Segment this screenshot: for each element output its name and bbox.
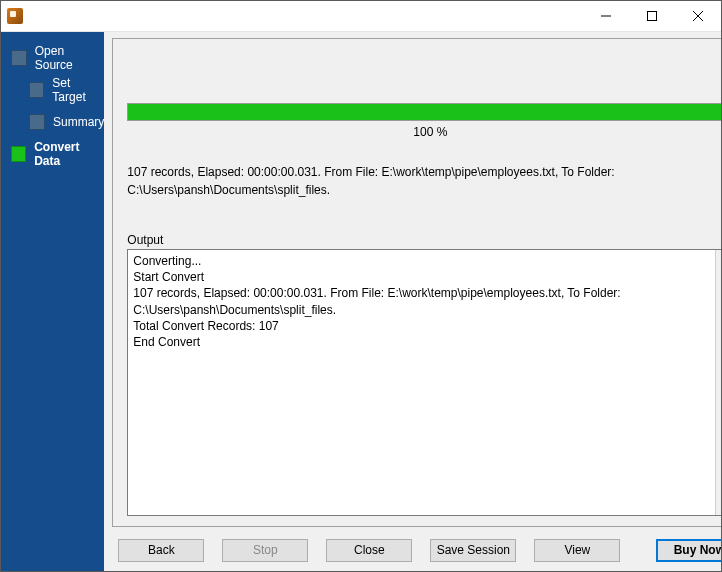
step-icon [29,114,45,130]
progress-bar [127,103,721,121]
step-icon [29,82,44,98]
progress-percent-label: 100 % [127,125,721,139]
sidebar: Open Source Set Target Summary Convert D… [1,32,104,571]
scroll-up-icon[interactable]: ▲ [716,250,721,267]
step-icon [11,146,26,162]
button-row: Back Stop Close Save Session View Buy No… [112,527,721,565]
back-button[interactable]: Back [118,539,204,562]
buy-now-button[interactable]: Buy Now [656,539,721,562]
nav-item-set-target[interactable]: Set Target [1,74,104,106]
output-line: Converting... [133,253,710,269]
output-line: End Convert [133,334,710,350]
titlebar [1,1,721,32]
progress-fill [128,104,721,120]
save-session-button[interactable]: Save Session [430,539,516,562]
titlebar-left [7,8,23,24]
app-icon [7,8,23,24]
minimize-button[interactable] [583,1,629,31]
status-text: 107 records, Elapsed: 00:00:00.031. From… [127,163,721,199]
nav-label: Open Source [35,44,105,72]
output-line: 107 records, Elapsed: 00:00:00.031. From… [133,285,710,317]
progress-section: 100 % [127,103,721,139]
nav-item-summary[interactable]: Summary [1,106,104,138]
step-icon [11,50,27,66]
close-panel-button[interactable]: Close [326,539,412,562]
output-scrollbar[interactable]: ▲ ▼ [715,250,721,515]
window-controls [583,1,721,31]
scroll-down-icon[interactable]: ▼ [716,498,721,515]
main-area: 100 % 107 records, Elapsed: 00:00:00.031… [104,32,721,571]
view-button[interactable]: View [534,539,620,562]
nav-label: Summary [53,115,104,129]
app-window: Open Source Set Target Summary Convert D… [0,0,722,572]
nav-item-convert-data[interactable]: Convert Data [1,138,104,170]
close-button[interactable] [675,1,721,31]
svg-rect-1 [648,12,657,21]
body: Open Source Set Target Summary Convert D… [1,32,721,571]
output-box: Converting... Start Convert 107 records,… [127,249,721,516]
output-line: Start Convert [133,269,710,285]
nav-label: Set Target [52,76,104,104]
output-line: Total Convert Records: 107 [133,318,710,334]
output-label: Output [127,233,721,247]
nav-label: Convert Data [34,140,104,168]
maximize-button[interactable] [629,1,675,31]
content-panel: 100 % 107 records, Elapsed: 00:00:00.031… [112,38,721,527]
nav-item-open-source[interactable]: Open Source [1,42,104,74]
output-text[interactable]: Converting... Start Convert 107 records,… [128,250,715,515]
stop-button[interactable]: Stop [222,539,308,562]
